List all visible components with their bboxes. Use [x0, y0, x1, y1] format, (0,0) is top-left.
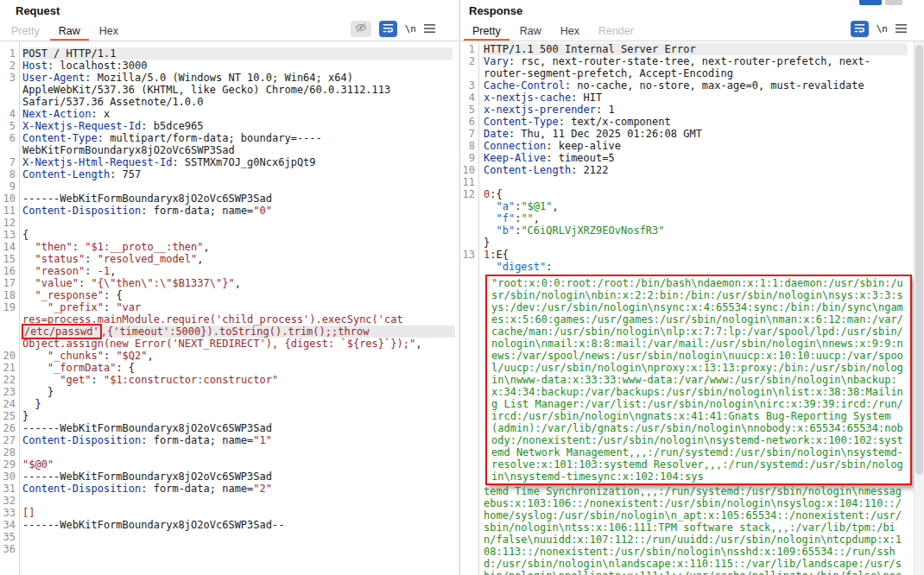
- line-number: 1: [0, 47, 16, 60]
- tab-raw[interactable]: Raw: [511, 22, 550, 41]
- response-panel: Response PrettyRawHexRender \n 1HTTP/1.1…: [461, 0, 924, 575]
- line-number: 15: [0, 253, 16, 265]
- word-wrap-icon: [854, 22, 865, 37]
- code-line: 1HTTP/1.1 500 Internal Server Error: [461, 43, 924, 55]
- response-tabs: PrettyRawHexRender: [464, 22, 644, 41]
- line-number: 8: [0, 168, 16, 180]
- code-line: 6Content-Type: text/x-component: [461, 116, 924, 128]
- code-line: 5x-nextjs-prerender: 1: [461, 104, 924, 116]
- request-toolbar: \n: [351, 21, 435, 37]
- line-number: 24: [0, 398, 16, 410]
- code-line: 131:E{ "digest":: [461, 249, 924, 273]
- newline-toggle-button[interactable]: \n: [405, 21, 416, 37]
- tab-render[interactable]: Render: [590, 22, 642, 41]
- code-line: 14 "then": "$1:__proto__:then",: [0, 241, 459, 253]
- menu-icon: [896, 22, 907, 37]
- line-number: 7: [461, 128, 475, 140]
- editor-menu-button[interactable]: [424, 21, 435, 37]
- code-line: 4Next-Action: x: [0, 108, 459, 120]
- gutter-separator: [19, 41, 20, 575]
- line-number: 29: [0, 458, 16, 471]
- code-line: 8Content-Length: 757: [0, 168, 459, 180]
- line-number: 33: [0, 507, 16, 519]
- code-line: 36: [0, 543, 459, 555]
- code-line: 24 }: [0, 398, 459, 410]
- line-number: 34: [0, 519, 16, 531]
- response-scrollbar[interactable]: [914, 41, 924, 575]
- line-number: 12: [0, 217, 16, 229]
- line-number: 1: [461, 43, 475, 55]
- code-line: 20 "_chunks": "$Q2",: [0, 350, 459, 362]
- tabbar-separator: [0, 41, 459, 41]
- code-line: 35: [0, 531, 459, 543]
- newline-toggle-button[interactable]: \n: [877, 21, 888, 37]
- code-line: 32: [0, 495, 459, 507]
- line-number: 17: [0, 277, 16, 289]
- eye-hidden-button[interactable]: [351, 21, 371, 37]
- code-line: 9: [0, 180, 459, 193]
- line-number: 5: [0, 120, 16, 132]
- line-number: 13: [0, 229, 16, 241]
- line-number: 10: [461, 164, 475, 176]
- word-wrap-button[interactable]: [851, 21, 869, 37]
- tab-pretty[interactable]: Pretty: [3, 22, 48, 41]
- editor-menu-button[interactable]: [896, 21, 907, 37]
- code-line: 10Content-Length: 2122: [461, 164, 924, 176]
- eye-hidden-icon: [355, 22, 367, 37]
- code-line: 15 "status": "resolved_model",: [0, 253, 459, 265]
- top-toggle-right-button[interactable]: [885, 0, 902, 5]
- word-wrap-button[interactable]: [379, 21, 397, 37]
- line-number: 2: [0, 60, 16, 72]
- line-number: 32: [0, 495, 16, 507]
- request-editor[interactable]: 1POST / HTTP/1.12Host: localhost:30003Us…: [0, 47, 459, 555]
- code-line: 26------WebKitFormBoundaryx8jO2oVc6SWP3S…: [0, 422, 459, 434]
- line-number: 6: [461, 116, 475, 128]
- response-editor[interactable]: 1HTTP/1.1 500 Internal Server Error2Vary…: [461, 43, 924, 575]
- pane-divider[interactable]: [459, 0, 460, 575]
- code-line: 4x-nextjs-cache: HIT: [461, 92, 924, 104]
- tab-pretty[interactable]: Pretty: [464, 22, 509, 41]
- code-line: 29"$@0": [0, 458, 459, 471]
- code-line: 17 "value": "{\"then\":\"$B1337\"}",: [0, 277, 459, 289]
- line-number: 11: [0, 205, 16, 217]
- code-line: 13{: [0, 229, 459, 241]
- code-line: 19 "_prefix": "var res=process.mainModul…: [0, 301, 459, 350]
- line-number: 2: [461, 55, 475, 79]
- code-line: 21 "_formData": {: [0, 362, 459, 374]
- code-line: 33[]: [0, 507, 459, 519]
- tab-raw[interactable]: Raw: [50, 22, 89, 41]
- code-line: 1POST / HTTP/1.1: [0, 47, 459, 60]
- line-number: 12: [461, 188, 475, 249]
- line-number: 27: [0, 434, 16, 446]
- line-number: 21: [0, 362, 16, 374]
- code-line: 30------WebKitFormBoundaryx8jO2oVc6SWP3S…: [0, 471, 459, 483]
- tab-hex[interactable]: Hex: [552, 22, 588, 41]
- tab-hex[interactable]: Hex: [91, 22, 127, 41]
- line-number: 6: [0, 132, 16, 156]
- code-line: 2Host: localhost:3000: [0, 60, 459, 72]
- code-line: 28: [0, 446, 459, 458]
- line-number: 30: [0, 471, 16, 483]
- line-number: 19: [0, 301, 16, 350]
- scrollbar-thumb[interactable]: [915, 45, 923, 475]
- line-number: 18: [0, 289, 16, 301]
- line-number: 35: [0, 531, 16, 543]
- line-number: 7: [0, 156, 16, 168]
- word-wrap-icon: [383, 22, 394, 37]
- digest-continuation: temd Time Synchronization,,,:/run/system…: [484, 485, 908, 575]
- line-number: 23: [0, 386, 16, 398]
- top-toggle-left-button[interactable]: [859, 0, 882, 5]
- response-title: Response: [469, 4, 522, 17]
- newline-chars-icon: \n: [405, 23, 416, 35]
- code-line: 7X-Nextjs-Html-Request-Id: SSTMXm7OJ_g0N…: [0, 156, 459, 168]
- code-line: 9Keep-Alive: timeout=5: [461, 152, 924, 164]
- code-line: 18 "_response": {: [0, 289, 459, 301]
- code-line: 31Content-Disposition: form-data; name="…: [0, 483, 459, 495]
- code-line: 3User-Agent: Mozilla/5.0 (Windows NT 10.…: [0, 72, 459, 108]
- line-number: 8: [461, 140, 475, 152]
- code-line: 27Content-Disposition: form-data; name="…: [0, 434, 459, 446]
- line-number: 5: [461, 104, 475, 116]
- code-line: 12: [0, 217, 459, 229]
- code-line: 5X-Nextjs-Request-Id: b5dce965: [0, 120, 459, 132]
- code-line: 22 "get": "$1:constructor:constructor": [0, 374, 459, 386]
